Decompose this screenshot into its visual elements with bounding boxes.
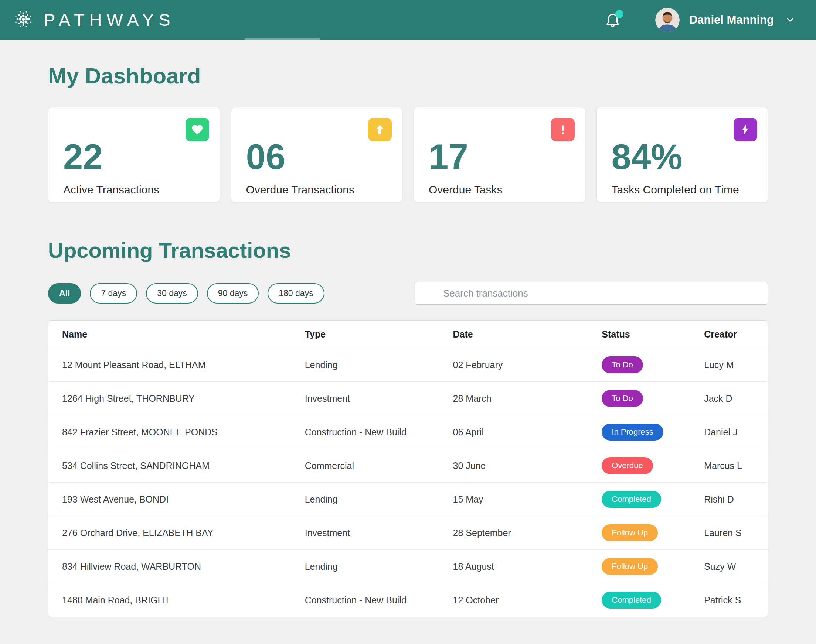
filter-180-days[interactable]: 180 days xyxy=(267,283,324,304)
notification-dot xyxy=(615,10,624,18)
cell-status: Overdue xyxy=(602,457,704,474)
cell-name: 193 West Avenue, BONDI xyxy=(62,494,305,505)
section-title: Upcoming Transactions xyxy=(48,238,768,262)
filter-30-days[interactable]: 30 days xyxy=(146,283,198,304)
filter-all[interactable]: All xyxy=(48,283,81,304)
cell-name: 834 Hillview Road, WARBURTON xyxy=(62,561,305,572)
stat-label: Overdue Tasks xyxy=(429,184,570,196)
status-badge: Completed xyxy=(602,592,661,609)
status-badge: To Do xyxy=(602,356,643,373)
brand-logo[interactable]: PATHWAYS xyxy=(11,7,175,33)
status-badge: Overdue xyxy=(602,457,653,474)
cell-name: 12 Mount Pleasant Road, ELTHAM xyxy=(62,360,305,370)
transactions-table: NameTypeDateStatusCreator 12 Mount Pleas… xyxy=(48,320,768,617)
cell-name: 1264 High Street, THORNBURY xyxy=(62,393,305,404)
cell-status: Completed xyxy=(602,592,704,609)
filter-7-days[interactable]: 7 days xyxy=(90,283,137,304)
column-header-name: Name xyxy=(62,329,305,340)
cell-creator: Lucy M xyxy=(704,360,768,370)
stat-card: 17Overdue Tasks xyxy=(413,107,585,202)
filter-90-days[interactable]: 90 days xyxy=(207,283,259,304)
cell-date: 28 March xyxy=(453,393,602,404)
cell-status: To Do xyxy=(602,390,704,407)
brand-name: PATHWAYS xyxy=(44,9,175,30)
chevron-down-icon xyxy=(785,15,795,25)
status-badge: Completed xyxy=(602,491,661,508)
status-badge: Follow Up xyxy=(602,524,658,541)
table-row[interactable]: 12 Mount Pleasant Road, ELTHAMLending02 … xyxy=(48,348,768,382)
cell-date: 30 June xyxy=(453,460,602,471)
table-row[interactable]: 193 West Avenue, BONDILending15 MayCompl… xyxy=(48,482,768,516)
cell-creator: Marcus L xyxy=(704,460,768,471)
cell-type: Investment xyxy=(305,528,453,538)
stat-value: 06 xyxy=(246,139,388,175)
table-row[interactable]: 842 Frazier Street, MOONEE PONDSConstruc… xyxy=(48,415,768,449)
cell-status: To Do xyxy=(602,356,704,373)
cell-creator: Suzy W xyxy=(704,561,768,572)
stat-card: 84%Tasks Completed on Time xyxy=(596,107,768,202)
cell-date: 02 February xyxy=(453,360,602,370)
stat-card: 06Overdue Transactions xyxy=(231,107,403,202)
table-row[interactable]: 276 Orchard Drive, ELIZABETH BAYInvestme… xyxy=(48,516,768,549)
user-menu[interactable]: Daniel Manning xyxy=(655,8,795,32)
cell-date: 12 October xyxy=(453,595,602,606)
cell-date: 18 August xyxy=(453,561,602,572)
status-badge: In Progress xyxy=(602,423,663,440)
search-input[interactable] xyxy=(415,282,768,305)
column-header-creator: Creator xyxy=(704,329,768,340)
header-right: Daniel Manning xyxy=(604,8,795,32)
stat-value: 84% xyxy=(612,139,753,175)
arrow-up-icon xyxy=(368,118,392,141)
table-row[interactable]: 834 Hillview Road, WARBURTONLending18 Au… xyxy=(48,549,768,583)
stat-label: Tasks Completed on Time xyxy=(612,184,753,196)
cell-name: 534 Collins Street, SANDRINGHAM xyxy=(62,460,305,471)
cell-name: 1480 Main Road, BRIGHT xyxy=(62,595,305,606)
status-badge: To Do xyxy=(602,390,643,407)
stat-value: 17 xyxy=(429,139,570,175)
stats-row: 22Active Transactions06Overdue Transacti… xyxy=(48,107,768,202)
starburst-logo-icon xyxy=(11,7,35,33)
cell-status: Completed xyxy=(602,491,704,508)
column-header-date: Date xyxy=(453,329,602,340)
cell-creator: Jack D xyxy=(704,393,768,404)
cell-type: Construction - New Build xyxy=(305,427,453,438)
cell-type: Commercial xyxy=(305,460,453,471)
page-title: My Dashboard xyxy=(48,63,768,89)
cell-creator: Patrick S xyxy=(704,595,768,606)
status-badge: Follow Up xyxy=(602,558,658,575)
cell-creator: Daniel J xyxy=(704,427,768,438)
bell-icon xyxy=(604,24,621,29)
table-row[interactable]: 1480 Main Road, BRIGHTConstruction - New… xyxy=(48,583,768,617)
table-row[interactable]: 1264 High Street, THORNBURYInvestment28 … xyxy=(48,382,768,415)
cell-type: Investment xyxy=(305,393,453,404)
cell-type: Construction - New Build xyxy=(305,595,453,606)
filter-pills: All7 days30 days90 days180 days xyxy=(48,283,324,304)
filters-row: All7 days30 days90 days180 days xyxy=(48,282,768,305)
cell-type: Lending xyxy=(305,494,453,505)
header-underline xyxy=(245,38,320,40)
exclamation-icon xyxy=(551,118,575,141)
column-header-status: Status xyxy=(602,329,704,340)
stat-label: Overdue Transactions xyxy=(246,184,388,196)
table-body: 12 Mount Pleasant Road, ELTHAMLending02 … xyxy=(48,348,768,617)
stat-value: 22 xyxy=(63,139,205,175)
lightning-icon xyxy=(734,118,757,141)
cell-creator: Rishi D xyxy=(704,494,768,505)
cell-name: 842 Frazier Street, MOONEE PONDS xyxy=(62,427,305,438)
cell-date: 28 September xyxy=(453,528,602,538)
cell-name: 276 Orchard Drive, ELIZABETH BAY xyxy=(62,528,305,538)
table-row[interactable]: 534 Collins Street, SANDRINGHAMCommercia… xyxy=(48,449,768,482)
notifications-button[interactable] xyxy=(604,11,621,28)
app-header: PATHWAYS xyxy=(0,0,816,40)
cell-type: Lending xyxy=(305,360,453,370)
cell-status: In Progress xyxy=(602,423,704,440)
avatar xyxy=(655,8,680,32)
heart-icon xyxy=(186,118,209,141)
column-header-type: Type xyxy=(305,329,453,340)
cell-type: Lending xyxy=(305,561,453,572)
stat-card: 22Active Transactions xyxy=(48,107,220,202)
cell-date: 15 May xyxy=(453,494,602,505)
main-content: My Dashboard 22Active Transactions06Over… xyxy=(0,63,816,617)
cell-creator: Lauren S xyxy=(704,528,768,538)
cell-status: Follow Up xyxy=(602,524,704,541)
